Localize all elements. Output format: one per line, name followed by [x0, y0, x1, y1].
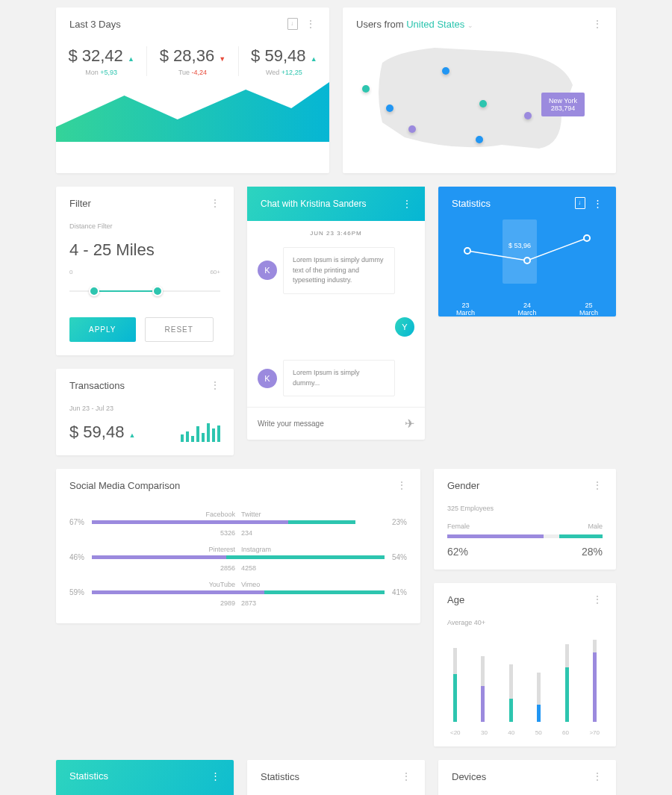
map-dot[interactable] — [408, 125, 416, 133]
usa-map: New York283,794 — [356, 40, 603, 160]
chat-msg: Lorem Ipsum is simply dummy text of the … — [277, 305, 389, 350]
more-icon[interactable]: ⋮ — [210, 197, 220, 209]
download-icon[interactable] — [575, 197, 585, 209]
map-dot[interactable] — [442, 67, 449, 75]
transactions-card: Transactions⋮ Jun 23 - Jul 23 $ 59,48 ▲ — [56, 369, 234, 455]
last3-title: Last 3 Days — [69, 19, 121, 30]
caret-up-icon: ▲ — [129, 431, 136, 439]
svg-point-2 — [584, 235, 590, 241]
more-icon[interactable]: ⋮ — [592, 770, 603, 782]
line-chart: $ 53,96 23March 24March 25March — [438, 219, 616, 317]
more-icon[interactable]: ⋮ — [401, 770, 411, 782]
more-icon[interactable]: ⋮ — [396, 479, 407, 491]
statistics-line-card: Statistics⋮ $ 53,96 23March 24March 25Ma… — [438, 187, 616, 317]
social-bar: 46%54% — [69, 553, 407, 561]
last-3-days-card: Last 3 Days ⋮ $ 32,42 ▲Mon +5,93 $ 28,36… — [56, 7, 329, 173]
chat-title: Chat with Kristina Sanders — [261, 199, 366, 209]
amount: $ 32,42 — [68, 46, 122, 65]
chat-msg: Lorem Ipsum is simply dummy... — [283, 360, 395, 396]
more-icon[interactable]: ⋮ — [592, 593, 603, 605]
more-icon[interactable]: ⋮ — [593, 198, 603, 209]
caret-down-icon: ▼ — [219, 55, 225, 63]
region-select[interactable]: United States — [406, 19, 464, 30]
chat-timestamp: JUN 23 3:46PM — [258, 230, 414, 237]
map-dot[interactable] — [524, 112, 532, 119]
social-comparison-card: Social Media Comparison⋮ FacebookTwitter… — [56, 469, 420, 623]
avatar[interactable]: K — [258, 261, 277, 280]
download-icon[interactable] — [287, 18, 298, 30]
more-icon[interactable]: ⋮ — [592, 18, 603, 30]
gender-bar — [447, 534, 603, 538]
amount: $ 59,48 — [251, 46, 305, 65]
chevron-down-icon[interactable]: ⌄ — [467, 22, 473, 29]
send-icon[interactable]: ✈ — [405, 417, 414, 431]
range-value: 4 - 25 Miles — [69, 240, 220, 260]
map-dot[interactable] — [362, 85, 370, 93]
apply-button[interactable]: APPLY — [69, 317, 136, 342]
avatar[interactable]: Y — [395, 317, 414, 337]
caret-up-icon: ▲ — [311, 55, 317, 63]
chat-card: Chat with Kristina Sanders⋮ JUN 23 3:46P… — [247, 187, 425, 440]
area-chart — [56, 82, 329, 142]
social-bar: 59%41% — [69, 588, 407, 596]
map-dot[interactable] — [386, 105, 393, 112]
age-bars — [447, 640, 603, 722]
more-icon[interactable]: ⋮ — [402, 199, 411, 209]
devices-card: Devices⋮ 41.6 % 25.9 % — [438, 760, 616, 795]
reset-button[interactable]: RESET — [145, 317, 214, 342]
map-dot[interactable] — [479, 100, 487, 107]
map-tooltip: New York283,794 — [541, 93, 585, 116]
age-card: Age⋮ Average 40+ <2030405060>70 — [434, 583, 616, 746]
svg-point-0 — [464, 248, 470, 254]
avatar[interactable]: K — [258, 369, 277, 388]
more-icon[interactable]: ⋮ — [210, 379, 220, 391]
statistics-green-card: Statistics⋮ MONTH WEEK DAY $ 59,48 ▲ — [56, 760, 234, 795]
chat-input[interactable] — [258, 420, 405, 428]
social-bar: 67%23% — [69, 518, 407, 526]
chart-tooltip: $ 53,96 — [503, 219, 537, 284]
filter-card: Filter⋮ Distance Filter 4 - 25 Miles 060… — [56, 187, 234, 355]
users-map-card: Users from United States ⌄ ⋮ New York283… — [343, 7, 616, 173]
mini-bar-chart — [181, 423, 220, 442]
amount: $ 28,36 — [160, 46, 214, 65]
gender-card: Gender⋮ 325 Employees FemaleMale 62%28% — [434, 469, 616, 570]
range-slider[interactable] — [69, 280, 220, 304]
map-dot[interactable] — [476, 136, 483, 143]
more-icon[interactable]: ⋮ — [211, 770, 220, 782]
slider-handle-min[interactable] — [89, 286, 99, 296]
more-icon[interactable]: ⋮ — [305, 18, 316, 30]
caret-up-icon: ▲ — [128, 55, 134, 63]
slider-handle-max[interactable] — [152, 286, 163, 296]
statistics-donut-card: Statistics⋮ — [247, 760, 425, 795]
chat-msg: Lorem Ipsum is simply dummy text of the … — [283, 247, 395, 294]
more-icon[interactable]: ⋮ — [592, 479, 603, 491]
